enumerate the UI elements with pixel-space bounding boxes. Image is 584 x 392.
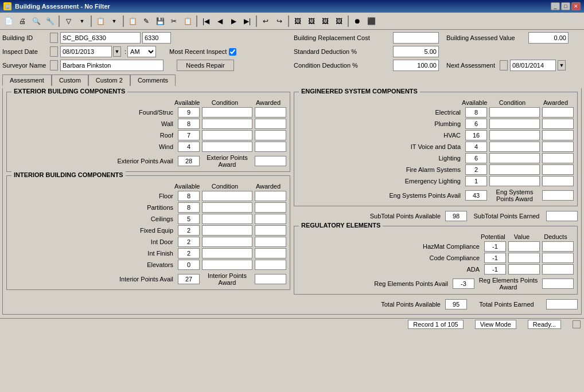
ext-comp-2-avail[interactable] bbox=[178, 130, 200, 140]
layout-dropdown[interactable]: ▼ bbox=[108, 15, 120, 28]
eng-comp-2-cond[interactable] bbox=[489, 130, 540, 140]
nav-first[interactable]: |◀ bbox=[200, 15, 212, 28]
stop-button[interactable]: ⬛ bbox=[365, 15, 377, 28]
eng-comp-5-avail[interactable] bbox=[465, 164, 487, 175]
ext-comp-1-avail[interactable] bbox=[178, 119, 200, 129]
int-comp-2-cond[interactable] bbox=[202, 214, 252, 224]
new-button[interactable]: 📄 bbox=[2, 15, 15, 28]
cond-deduction-input[interactable] bbox=[393, 60, 439, 71]
int-comp-1-cond[interactable] bbox=[202, 202, 252, 213]
reg-comp-2-potential[interactable] bbox=[484, 264, 506, 275]
eng-comp-2-award[interactable] bbox=[542, 130, 574, 140]
copy-button[interactable]: 📋 bbox=[181, 15, 194, 28]
building-id-num-input[interactable] bbox=[142, 32, 171, 44]
ext-comp-1-award[interactable] bbox=[255, 119, 286, 129]
int-comp-0-cond[interactable] bbox=[202, 191, 252, 201]
building-id-input[interactable] bbox=[60, 32, 141, 44]
int-comp-5-cond[interactable] bbox=[202, 248, 252, 258]
layout-button[interactable]: 📋 bbox=[94, 15, 107, 28]
int-comp-3-cond[interactable] bbox=[202, 225, 252, 236]
ampm-select[interactable]: AM PM bbox=[127, 46, 156, 57]
ext-comp-0-award[interactable] bbox=[255, 107, 286, 117]
record-button[interactable]: ⏺ bbox=[351, 15, 364, 28]
eng-comp-3-avail[interactable] bbox=[465, 142, 487, 152]
int-comp-3-avail[interactable] bbox=[178, 225, 200, 236]
tab-custom2[interactable]: Custom 2 bbox=[88, 75, 130, 86]
filter-dropdown[interactable]: ▼ bbox=[76, 15, 88, 28]
std-deduction-input[interactable] bbox=[393, 46, 439, 57]
eng-comp-6-cond[interactable] bbox=[489, 176, 540, 186]
date-dropdown[interactable]: ▼ bbox=[113, 46, 121, 57]
eng-comp-2-avail[interactable] bbox=[465, 130, 487, 140]
reg-comp-1-value[interactable] bbox=[508, 253, 540, 263]
eng-comp-1-award[interactable] bbox=[542, 119, 574, 129]
reg-comp-2-deducts[interactable] bbox=[542, 264, 574, 275]
eng-comp-5-award[interactable] bbox=[542, 164, 574, 175]
int-comp-6-cond[interactable] bbox=[202, 260, 252, 270]
ext-comp-1-cond[interactable] bbox=[202, 119, 252, 129]
ext-comp-3-award[interactable] bbox=[255, 142, 286, 152]
int-comp-3-award[interactable] bbox=[255, 225, 286, 236]
tab-assessment[interactable]: Assessment bbox=[2, 75, 52, 86]
int-comp-2-avail[interactable] bbox=[178, 214, 200, 224]
surveyor-name-input[interactable] bbox=[60, 60, 163, 71]
most-recent-checkbox[interactable] bbox=[229, 48, 236, 56]
tools-button[interactable]: 🔧 bbox=[44, 15, 56, 28]
redo-button[interactable]: ↪ bbox=[273, 15, 286, 28]
ext-comp-0-cond[interactable] bbox=[202, 107, 252, 117]
save-button[interactable]: 💾 bbox=[154, 15, 166, 28]
ext-comp-2-award[interactable] bbox=[255, 130, 286, 140]
next-assessment-input[interactable] bbox=[510, 60, 556, 71]
filter-button[interactable]: ▽ bbox=[62, 15, 75, 28]
eng-comp-6-award[interactable] bbox=[542, 176, 574, 186]
nav-next[interactable]: ▶ bbox=[227, 15, 240, 28]
int-comp-4-avail[interactable] bbox=[178, 237, 200, 247]
eng-comp-4-award[interactable] bbox=[542, 153, 574, 163]
clipboard-button[interactable]: 📋 bbox=[126, 15, 139, 28]
reg-comp-0-deducts[interactable] bbox=[542, 241, 574, 252]
reg-comp-1-deducts[interactable] bbox=[542, 253, 574, 263]
int-comp-4-cond[interactable] bbox=[202, 237, 252, 247]
nav-last[interactable]: ▶| bbox=[241, 15, 254, 28]
int-comp-2-award[interactable] bbox=[255, 214, 286, 224]
int-comp-4-award[interactable] bbox=[255, 237, 286, 247]
eng-comp-0-cond[interactable] bbox=[489, 107, 540, 117]
scroll-indicator[interactable] bbox=[573, 320, 581, 328]
reg-comp-1-potential[interactable] bbox=[484, 253, 506, 263]
inspect-date-input[interactable] bbox=[60, 46, 112, 57]
img3-button[interactable]: 🖼 bbox=[319, 15, 332, 28]
int-comp-1-avail[interactable] bbox=[178, 202, 200, 213]
tab-comments[interactable]: Comments bbox=[130, 75, 176, 86]
reg-comp-0-potential[interactable] bbox=[484, 241, 506, 252]
edit-button[interactable]: ✎ bbox=[140, 15, 153, 28]
tab-custom[interactable]: Custom bbox=[52, 75, 88, 86]
int-comp-5-avail[interactable] bbox=[178, 248, 200, 258]
img2-button[interactable]: 🖼 bbox=[305, 15, 318, 28]
eng-comp-5-cond[interactable] bbox=[489, 164, 540, 175]
int-comp-0-avail[interactable] bbox=[178, 191, 200, 201]
minimize-button[interactable]: _ bbox=[551, 2, 560, 10]
reg-comp-0-value[interactable] bbox=[508, 241, 540, 252]
eng-comp-1-avail[interactable] bbox=[465, 119, 487, 129]
cut-button[interactable]: ✂ bbox=[168, 15, 180, 28]
eng-comp-4-avail[interactable] bbox=[465, 153, 487, 163]
img4-button[interactable]: 🖼 bbox=[333, 15, 345, 28]
reg-comp-2-value[interactable] bbox=[508, 264, 540, 275]
next-assessment-dropdown[interactable]: ▼ bbox=[558, 60, 566, 70]
int-comp-6-avail[interactable] bbox=[178, 260, 200, 270]
img1-button[interactable]: 🖼 bbox=[291, 15, 304, 28]
ext-comp-3-avail[interactable] bbox=[178, 142, 200, 152]
ext-comp-3-cond[interactable] bbox=[202, 142, 252, 152]
ext-comp-2-cond[interactable] bbox=[202, 130, 252, 140]
ext-comp-0-avail[interactable] bbox=[178, 107, 200, 117]
eng-comp-4-cond[interactable] bbox=[489, 153, 540, 163]
int-comp-1-award[interactable] bbox=[255, 202, 286, 213]
eng-comp-3-award[interactable] bbox=[542, 142, 574, 152]
int-comp-0-award[interactable] bbox=[255, 191, 286, 201]
eng-comp-0-avail[interactable] bbox=[465, 107, 487, 117]
search-button[interactable]: 🔍 bbox=[30, 15, 42, 28]
undo-button[interactable]: ↩ bbox=[259, 15, 272, 28]
print-button[interactable]: 🖨 bbox=[16, 15, 29, 28]
brc-input[interactable] bbox=[393, 32, 439, 44]
bav-input[interactable] bbox=[528, 32, 569, 44]
